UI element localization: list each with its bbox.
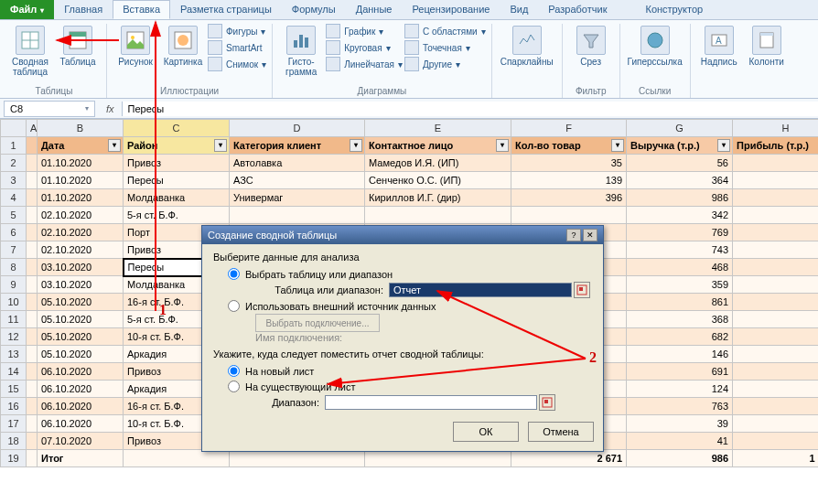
filter-dropdown[interactable]: ▾ [108,139,121,152]
header-footer-icon [752,26,781,55]
line-chart-button[interactable]: График ▾ [326,24,403,38]
group-links-label: Ссылки [639,84,671,98]
name-box[interactable]: C8 [4,101,95,117]
table-row[interactable]: 502.10.20205-я ст. Б.Ф.34260 [1,207,819,224]
svg-rect-9 [294,40,297,48]
area-chart-button[interactable]: С областями ▾ [404,24,486,38]
table-range-input[interactable] [389,283,572,297]
svg-text:A: A [716,36,722,46]
pivot-table-icon [16,26,45,55]
tab-file[interactable]: Файл [0,0,54,19]
dialog-titlebar[interactable]: Создание сводной таблицы ? ✕ [202,226,603,244]
ok-button[interactable]: ОК [453,422,519,442]
tab-data[interactable]: Данные [346,0,403,19]
hyperlink-button[interactable]: Гиперссылка [626,24,684,84]
tab-developer[interactable]: Разработчик [538,0,617,19]
screenshot-icon [208,57,222,71]
svg-point-12 [648,33,662,48]
sparklines-icon [512,26,542,55]
slicer-button[interactable]: Срез [568,24,614,84]
dialog-help-button[interactable]: ? [566,229,581,241]
annotation-2: 2 [589,349,597,366]
shapes-icon [208,24,222,38]
svg-rect-18 [579,287,583,291]
filter-dropdown[interactable]: ▾ [496,139,509,152]
other-charts-icon [404,57,419,71]
destination-prompt: Укажите, куда следует поместить отчет св… [213,349,592,359]
screenshot-button[interactable]: Снимок ▾ [208,57,266,71]
svg-point-8 [178,35,188,46]
filter-dropdown[interactable]: ▾ [717,139,730,152]
opt-existing-sheet[interactable]: На существующий лист [213,379,592,394]
tab-home[interactable]: Главная [54,0,113,19]
bar-chart-icon [326,57,340,71]
tab-view[interactable]: Вид [500,0,538,19]
shapes-button[interactable]: Фигуры ▾ [208,24,266,38]
clipart-button[interactable]: Картинка [160,24,206,84]
textbox-button[interactable]: A Надпись [696,24,742,84]
header-footer-button[interactable]: Колонти [744,24,790,84]
filter-dropdown[interactable]: ▾ [611,139,624,152]
table-row[interactable]: 401.10.2020МолдаванкаУнивермагКириллов И… [1,189,819,207]
label-table-range: Таблица или диапазон: [255,284,383,295]
dialog-close-button[interactable]: ✕ [583,229,597,241]
pivot-table-button[interactable]: Сводная таблица [7,24,53,84]
svg-rect-11 [305,38,308,48]
slicer-icon [576,26,606,55]
smartart-icon [208,40,222,55]
pie-chart-icon [326,40,340,55]
formula-input[interactable]: Пересы [122,102,818,116]
histogram-icon [286,26,316,55]
svg-rect-20 [544,400,548,403]
opt-external-source[interactable]: Использовать внешний источник данных [213,298,592,314]
svg-rect-10 [299,35,303,48]
pie-chart-button[interactable]: Круговая ▾ [326,40,403,55]
table-row[interactable]: 301.10.2020ПересыАЗССенченко О.С. (ИП)13… [1,172,819,189]
destination-range-input[interactable] [325,395,537,410]
hyperlink-icon [640,26,670,55]
formula-bar: C8 fx Пересы [0,99,818,119]
fx-icon[interactable]: fx [99,103,122,114]
range-picker-button[interactable] [574,282,590,298]
ribbon-tabs: Файл Главная Вставка Разметка страницы Ф… [0,0,818,20]
cancel-button[interactable]: Отмена [528,422,594,442]
tab-design[interactable]: Конструктор [635,0,713,19]
ribbon: Сводная таблица Таблица Таблицы Рисунок … [0,20,818,99]
filter-dropdown[interactable]: ▾ [350,139,362,152]
svg-rect-16 [760,33,773,36]
picture-button[interactable]: Рисунок [113,24,158,84]
bar-chart-button[interactable]: Линейчатая ▾ [326,57,403,71]
table-button[interactable]: Таблица [55,24,101,84]
histogram-button[interactable]: Гисто- грамма [278,24,324,84]
tab-pagelayout[interactable]: Разметка страницы [170,0,282,19]
connection-name-label: Имя подключения: [213,332,592,343]
svg-rect-4 [70,32,86,37]
sparklines-button[interactable]: Спарклайны [498,24,556,84]
create-pivot-dialog: Создание сводной таблицы ? ✕ Выберите да… [201,225,604,452]
totals-row[interactable]: 19 Итог 2 671 986 1 533 [1,450,819,467]
opt-select-table[interactable]: Выбрать таблицу или диапазон [213,266,592,282]
filter-dropdown[interactable]: ▾ [214,139,227,152]
annotation-1: 1 [159,302,167,318]
label-dest-range: Диапазон: [255,397,319,408]
group-tables-label: Таблицы [36,84,73,98]
tab-formulas[interactable]: Формулы [282,0,346,19]
line-chart-icon [326,24,340,38]
textbox-icon: A [705,26,734,55]
svg-point-6 [131,36,135,39]
scatter-chart-button[interactable]: Точечная ▾ [404,40,486,55]
opt-new-sheet[interactable]: На новый лист [213,363,592,379]
table-row[interactable]: 201.10.2020ПривозАвтолавкаМамедов И.Я. (… [1,155,819,172]
other-charts-button[interactable]: Другие ▾ [404,57,486,71]
tab-review[interactable]: Рецензирование [402,0,500,19]
scatter-chart-icon [404,40,419,55]
choose-connection-button: Выбрать подключение... [255,314,380,332]
area-chart-icon [404,24,419,38]
group-illustrations-label: Иллюстрации [160,84,219,98]
picture-icon [121,26,150,55]
column-headers[interactable]: A B C D E F G H [1,120,819,137]
tab-insert[interactable]: Вставка [113,0,170,19]
smartart-button[interactable]: SmartArt [208,40,266,55]
table-header-row[interactable]: 1Дата▾Район▾Категория клиент▾Контактное … [1,137,819,155]
dest-range-picker-button[interactable] [539,394,555,411]
